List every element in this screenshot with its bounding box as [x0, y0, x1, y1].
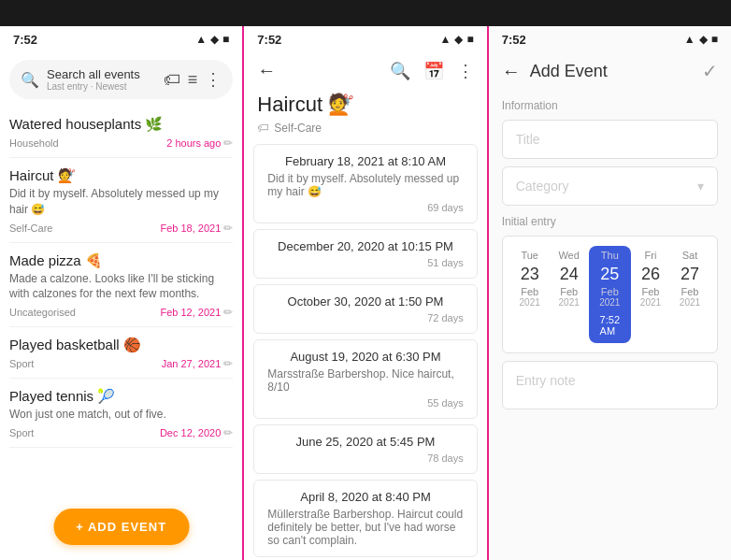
- event-date-haircut: Feb 18, 2021 ✏: [160, 222, 233, 235]
- day-month-fri: Feb: [642, 286, 660, 297]
- event-item-basketball[interactable]: Played basketball 🏀 Sport Jan 27, 2021 ✏: [9, 327, 233, 379]
- event-desc-pizza: Made a calzone. Looks like I'll be stick…: [9, 271, 233, 303]
- event-category-pizza: Uncategorised: [9, 307, 76, 318]
- entry-note-input[interactable]: Entry note: [502, 361, 718, 409]
- event-date-basketball: Jan 27, 2021 ✏: [162, 357, 234, 370]
- event-category-basketball: Sport: [9, 358, 34, 369]
- search-header-icon[interactable]: 🔍: [390, 61, 410, 81]
- day-num-tue: 23: [521, 265, 539, 284]
- timeline-note-4: Marsstraße Barbershop. Nice haircut, 8/1…: [267, 367, 463, 394]
- right-panel: 7:52 ▲ ◆ ■ ← Add Event ✓ Information Tit…: [489, 26, 731, 560]
- timeline-gap-1: 69 days: [267, 202, 463, 213]
- timeline-item-1[interactable]: February 18, 2021 at 8:10 AM Did it by m…: [253, 144, 477, 223]
- back-button[interactable]: ←: [257, 60, 276, 81]
- title-input[interactable]: Title: [502, 120, 718, 159]
- day-num-sat: 27: [681, 265, 699, 284]
- search-text-wrap: Search all events Last entry · Newest: [47, 67, 156, 92]
- search-label: Search all events: [47, 67, 156, 81]
- timeline-gap-4: 55 days: [267, 397, 463, 409]
- day-year-thu: 2021: [599, 297, 620, 308]
- mid-battery-icon: ■: [466, 33, 473, 46]
- note-placeholder: Entry note: [516, 373, 576, 388]
- event-item-houseplants[interactable]: Watered houseplants 🌿 Household 2 hours …: [9, 107, 233, 158]
- event-date-houseplants: 2 hours ago ✏: [166, 136, 233, 150]
- timeline-note-6: Müllerstraße Barbershop. Haircut could d…: [267, 508, 463, 547]
- title-placeholder: Title: [516, 132, 540, 147]
- day-year-wed: 2021: [559, 297, 580, 308]
- event-title-houseplants: Watered houseplants 🌿: [9, 116, 233, 133]
- timeline-item-5[interactable]: June 25, 2020 at 5:45 PM 78 days: [253, 424, 477, 474]
- timeline-item-4[interactable]: August 19, 2020 at 6:30 PM Marsstraße Ba…: [253, 339, 477, 419]
- mid-signal-icon: ◆: [454, 33, 463, 46]
- timeline-date-3: October 30, 2020 at 1:50 PM: [267, 294, 463, 309]
- day-month-wed: Feb: [560, 286, 578, 297]
- right-wifi-icon: ▲: [684, 33, 695, 46]
- event-meta-haircut: Self-Care Feb 18, 2021 ✏: [9, 222, 233, 235]
- event-meta-pizza: Uncategorised Feb 12, 2021 ✏: [9, 306, 233, 319]
- right-back-button[interactable]: ←: [502, 61, 521, 82]
- category-placeholder: Category: [516, 179, 569, 194]
- event-item-tennis[interactable]: Played tennis 🎾 Won just one match, out …: [9, 379, 233, 448]
- event-title-tennis: Played tennis 🎾: [9, 388, 233, 405]
- day-num-fri: 26: [641, 265, 660, 284]
- dropdown-arrow-icon: ▾: [697, 179, 704, 194]
- day-name-wed: Wed: [558, 250, 579, 261]
- event-item-haircut[interactable]: Haircut 💇 Did it by myself. Absolutely m…: [9, 158, 233, 243]
- event-desc-haircut: Did it by myself. Absolutely messed up m…: [9, 186, 233, 218]
- date-days-row: Tue 23 Feb 2021 Wed 24 Feb 2021 Thu 25: [510, 246, 710, 343]
- info-section-label: Information: [502, 99, 718, 112]
- event-category-haircut: Self-Care: [9, 223, 52, 234]
- calendar-header-icon[interactable]: 📅: [423, 61, 444, 81]
- date-day-wed[interactable]: Wed 24 Feb 2021: [550, 246, 589, 311]
- day-year-tue: 2021: [520, 297, 540, 308]
- event-header-section: Haircut 💇 🏷 Self-Care: [244, 89, 486, 144]
- initial-entry-label: Initial entry: [502, 215, 718, 228]
- more-header-icon[interactable]: ⋮: [457, 61, 474, 81]
- more-icon[interactable]: ⋮: [205, 69, 222, 90]
- date-picker[interactable]: Tue 23 Feb 2021 Wed 24 Feb 2021 Thu 25: [502, 236, 718, 353]
- timeline-item-6[interactable]: April 8, 2020 at 8:40 PM Müllerstraße Ba…: [253, 480, 477, 557]
- sort-icon[interactable]: ≡: [188, 70, 198, 90]
- right-header-left: ← Add Event: [502, 61, 608, 82]
- right-status-icons: ▲ ◆ ■: [684, 33, 718, 46]
- add-event-button[interactable]: + ADD EVENT: [53, 509, 189, 545]
- event-title-haircut: Haircut 💇: [9, 167, 233, 184]
- left-panel: 7:52 ▲ ◆ ■ 🔍 Search all events Last entr…: [0, 26, 244, 560]
- date-day-sat[interactable]: Sat 27 Feb 2021: [670, 246, 710, 311]
- day-num-thu: 25: [600, 265, 619, 284]
- timeline-item-2[interactable]: December 20, 2020 at 10:15 PM 51 days: [253, 229, 477, 279]
- wifi-icon: ▲: [195, 33, 207, 46]
- timeline-item-3[interactable]: October 30, 2020 at 1:50 PM 72 days: [253, 284, 477, 334]
- search-sub: Last entry · Newest: [47, 81, 156, 92]
- right-header: ← Add Event ✓: [489, 52, 731, 90]
- right-battery-icon: ■: [711, 33, 718, 46]
- tag-filter-icon[interactable]: 🏷: [164, 70, 180, 90]
- timeline-date-2: December 20, 2020 at 10:15 PM: [267, 239, 463, 253]
- timeline-list: February 18, 2021 at 8:10 AM Did it by m…: [244, 144, 486, 560]
- category-select[interactable]: Category ▾: [502, 166, 718, 206]
- date-day-fri[interactable]: Fri 26 Feb 2021: [631, 246, 670, 311]
- event-header-category: 🏷 Self-Care: [257, 121, 473, 135]
- event-title-pizza: Made pizza 🍕: [9, 252, 233, 269]
- events-list: Watered houseplants 🌿 Household 2 hours …: [0, 107, 242, 560]
- middle-header-icons: 🔍 📅 ⋮: [390, 61, 474, 81]
- signal-icon: ◆: [210, 33, 219, 46]
- left-status-time: 7:52: [13, 33, 37, 47]
- mid-wifi-icon: ▲: [440, 33, 452, 46]
- event-item-pizza[interactable]: Made pizza 🍕 Made a calzone. Looks like …: [9, 243, 233, 328]
- middle-status-icons: ▲ ◆ ■: [440, 33, 474, 46]
- event-category-houseplants: Household: [9, 137, 59, 149]
- day-month-tue: Feb: [521, 286, 538, 297]
- date-day-thu[interactable]: Thu 25 Feb 2021 7:52 AM: [589, 246, 631, 343]
- left-status-icons: ▲ ◆ ■: [195, 33, 229, 46]
- search-actions: 🏷 ≡ ⋮: [164, 69, 222, 90]
- right-status-bar: 7:52 ▲ ◆ ■: [489, 26, 731, 52]
- middle-status-time: 7:52: [257, 33, 281, 47]
- search-bar[interactable]: 🔍 Search all events Last entry · Newest …: [9, 60, 233, 99]
- confirm-button[interactable]: ✓: [702, 60, 718, 82]
- date-day-tue[interactable]: Tue 23 Feb 2021: [510, 246, 550, 311]
- time-badge[interactable]: 7:52 AM: [594, 311, 626, 339]
- timeline-date-4: August 19, 2020 at 6:30 PM: [267, 350, 463, 364]
- left-status-bar: 7:52 ▲ ◆ ■: [0, 26, 242, 52]
- day-year-sat: 2021: [680, 297, 700, 308]
